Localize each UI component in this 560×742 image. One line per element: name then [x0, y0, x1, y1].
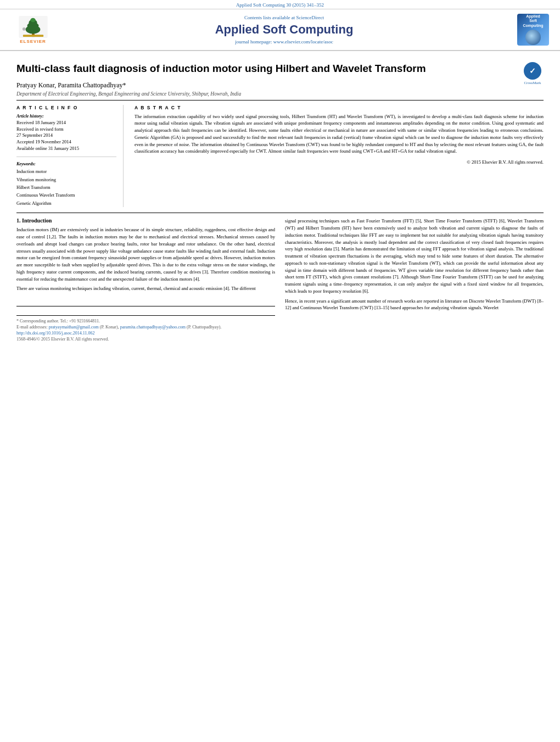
asc-logo-line3: Computing: [523, 24, 544, 28]
accepted-date: Accepted 19 November 2014: [16, 139, 116, 146]
section1-para1: Induction motors (IM) are extensively us…: [16, 226, 275, 282]
doi-url[interactable]: http://dx.doi.org/10.1016/j.asoc.2014.11…: [16, 331, 94, 336]
doi-line: http://dx.doi.org/10.1016/j.asoc.2014.11…: [16, 331, 275, 336]
contents-text: Contents lists available at: [244, 15, 296, 20]
elsevier-tree-icon: [18, 16, 48, 38]
asc-logo: Applied Soft Computing: [513, 14, 549, 46]
info-abstract-row: A R T I C L E I N F O Article history: R…: [16, 105, 544, 208]
keywords-label: Keywords:: [16, 161, 116, 166]
body-col-right: signal processing techniques such as Fas…: [285, 217, 544, 343]
page: Applied Soft Computing 30 (2015) 341–352: [0, 0, 560, 742]
article-info-title: A R T I C L E I N F O: [16, 105, 116, 110]
svg-rect-6: [23, 35, 43, 37]
svg-point-5: [30, 18, 36, 22]
email2-suffix: (P. Chattopadhyay).: [187, 325, 221, 330]
keyword-2: Vibration monitoring: [16, 176, 116, 183]
email1-suffix: (P. Konar),: [100, 325, 119, 330]
abstract-col: A B S T R A C T The information extracti…: [135, 105, 544, 208]
body-col-left: 1. Introduction Induction motors (IM) ar…: [16, 217, 275, 343]
keyword-5: Genetic Algorithm: [16, 199, 116, 207]
journal-title: Applied Soft Computing: [55, 23, 513, 37]
corresponding-note: * Corresponding author. Tel.: +91 923166…: [16, 319, 275, 323]
section1-right-para2: Hence, in recent years a significant amo…: [285, 298, 544, 312]
article-title-text: Multi-class fault diagnosis of induction…: [16, 62, 516, 97]
section1-number: 1.: [16, 217, 21, 224]
footer-area: * Corresponding author. Tel.: +91 923166…: [16, 295, 275, 342]
abstract-title: A B S T R A C T: [135, 105, 544, 110]
received-revised-label: Received in revised form: [16, 126, 116, 133]
article-footer: * Corresponding author. Tel.: +91 923166…: [16, 315, 275, 342]
crossmark-icon: ✓: [524, 62, 541, 80]
info-divider: [16, 157, 116, 157]
section1-para2: There are various monitoring techniques …: [16, 285, 275, 292]
elsevier-brand-text: ELSEVIER: [20, 39, 46, 44]
homepage-text: journal homepage:: [235, 39, 273, 44]
section1-right-para1: signal processing techniques such as Fas…: [285, 217, 544, 294]
crossmark-badge: ✓ CrossMark: [522, 62, 544, 85]
journal-header: ELSEVIER Contents lists available at Sci…: [0, 9, 560, 51]
contents-line: Contents lists available at ScienceDirec…: [55, 15, 513, 20]
asc-logo-circle: [525, 30, 541, 45]
asc-logo-line2: Soft: [529, 19, 537, 23]
email1[interactable]: pratyaymaithan@gmail.com: [49, 325, 99, 330]
article-area: Multi-class fault diagnosis of induction…: [0, 51, 560, 348]
email-label: E-mail addresses:: [16, 325, 48, 330]
received1: Received 18 January 2014: [16, 120, 116, 126]
elsevier-logo: ELSEVIER: [11, 16, 55, 44]
asc-logo-line1: Applied: [526, 14, 540, 19]
article-authors: Pratyay Konar, Paramita Chattopadhyay*: [16, 81, 516, 90]
article-body: 1. Introduction Induction motors (IM) ar…: [16, 213, 544, 343]
banner-text: Applied Soft Computing 30 (2015) 341–352: [236, 2, 324, 8]
footer-divider: [16, 306, 275, 309]
article-affiliation: Department of Electrical Engineering, Be…: [16, 91, 516, 97]
sciencedirect-link[interactable]: ScienceDirect: [296, 15, 324, 20]
article-info-col: A R T I C L E I N F O Article history: R…: [16, 105, 124, 208]
keyword-3: Hilbert Transform: [16, 183, 116, 191]
keyword-4: Continuous Wavelet Transform: [16, 191, 116, 199]
available-date: Available online 31 January 2015: [16, 146, 116, 152]
article-main-title: Multi-class fault diagnosis of induction…: [16, 62, 516, 76]
received-revised-date: 27 September 2014: [16, 132, 116, 139]
email2[interactable]: paramita.chattopadhyay@yahoo.com: [120, 325, 186, 330]
email-line: E-mail addresses: pratyaymaithan@gmail.c…: [16, 325, 275, 330]
svg-point-7: [22, 27, 25, 30]
abstract-text: The information extraction capability of…: [135, 113, 544, 155]
crossmark-label: CrossMark: [524, 81, 541, 85]
keyword-1: Induction motor: [16, 168, 116, 175]
issn-line: 1568-4946/© 2015 Elsevier B.V. All right…: [16, 337, 275, 342]
article-title-section: Multi-class fault diagnosis of induction…: [16, 57, 544, 101]
abstract-copyright: © 2015 Elsevier B.V. All rights reserved…: [135, 159, 544, 165]
journal-center: Contents lists available at ScienceDirec…: [55, 15, 513, 44]
journal-homepage: journal homepage: www.elsevier.com/locat…: [55, 39, 513, 44]
keywords-list: Induction motor Vibration monitoring Hil…: [16, 168, 116, 207]
section1-label: Introduction: [22, 217, 52, 224]
top-banner: Applied Soft Computing 30 (2015) 341–352: [0, 0, 560, 9]
homepage-link[interactable]: www.elsevier.com/locate/asoc: [273, 39, 333, 44]
asc-logo-box: Applied Soft Computing: [517, 14, 549, 46]
section1-title: 1. Introduction: [16, 217, 275, 224]
history-label: Article history:: [16, 114, 116, 119]
